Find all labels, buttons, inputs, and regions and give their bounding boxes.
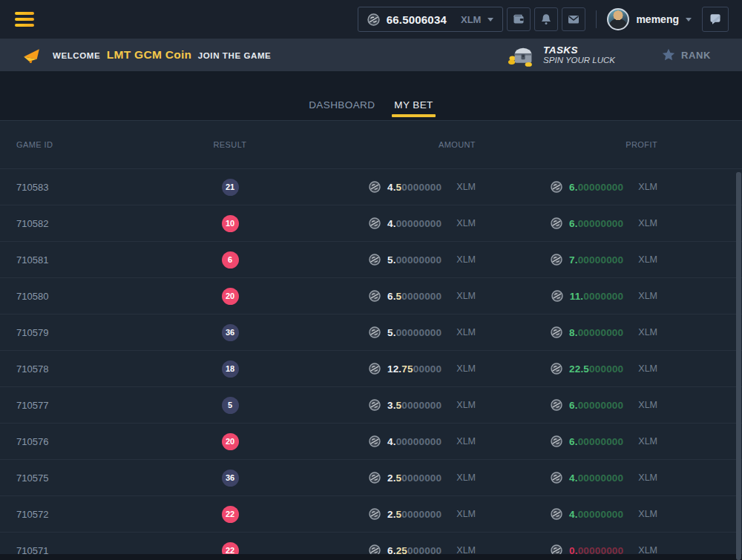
stellar-coin-icon	[369, 290, 381, 302]
table-row: 710576 20 4.00000000 XLM 6.00000000 XLM	[0, 423, 742, 459]
game-id-cell: 710579	[0, 327, 171, 338]
tasks-link[interactable]: TASKS SPIN YOUR LUCK	[508, 44, 615, 67]
amount-value: 4.00000000	[387, 218, 441, 229]
result-cell: 21	[171, 179, 289, 196]
wallet-button[interactable]	[507, 7, 531, 31]
game-id-cell: 710580	[0, 291, 171, 302]
result-cell: 22	[171, 506, 289, 523]
profit-cell: 6.00000000 XLM	[479, 399, 660, 411]
profit-cell: 7.00000000 XLM	[479, 254, 660, 266]
amount-cell: 4.50000000 XLM	[289, 181, 479, 193]
game-id-cell: 710575	[0, 472, 171, 484]
amount-value: 5.00000000	[387, 327, 441, 338]
menu-button[interactable]	[15, 12, 34, 27]
avatar	[607, 8, 629, 30]
username: memeng	[636, 13, 679, 25]
game-id-cell: 710572	[0, 509, 171, 520]
game-id-cell: 710578	[0, 363, 171, 375]
amount-value: 2.50000000	[387, 472, 441, 484]
profit-value: 4.00000000	[569, 509, 623, 520]
result-cell: 18	[171, 360, 289, 378]
stellar-coin-icon	[369, 508, 381, 520]
stellar-coin-icon	[551, 326, 562, 338]
currency-label: XLM	[638, 363, 657, 374]
currency-label: XLM	[638, 254, 657, 265]
tab-my-bet[interactable]: MY BET	[393, 99, 434, 120]
stellar-coin-icon	[369, 217, 381, 229]
game-id: 710577	[16, 400, 48, 411]
footer-strip	[0, 554, 742, 560]
amount-cell: 2.50000000 XLM	[289, 472, 479, 484]
result-cell: 20	[171, 433, 289, 450]
profit-cell: 6.00000000 XLM	[479, 435, 660, 447]
game-id: 710575	[16, 472, 48, 484]
header-amount: AMOUNT	[289, 140, 479, 149]
currency-label: XLM	[456, 509, 476, 519]
messages-button[interactable]	[562, 7, 585, 31]
profit-value: 8.00000000	[569, 327, 623, 338]
balance-value: 66.5006034	[387, 13, 447, 26]
rank-label: RANK	[681, 50, 711, 61]
treasure-chest-icon	[508, 44, 536, 67]
stellar-coin-icon	[369, 472, 381, 484]
amount-cell: 5.00000000 XLM	[289, 254, 479, 266]
table-row: 710578 18 12.7500000 XLM 22.5000000 XLM	[0, 350, 742, 386]
result-badge: 10	[222, 215, 239, 232]
balance-selector[interactable]: 66.5006034 XLM	[358, 7, 504, 32]
profit-value: 22.5000000	[569, 363, 623, 375]
currency-label: XLM	[638, 472, 657, 483]
table-row: 710581 6 5.00000000 XLM 7.00000000 XLM	[0, 241, 742, 277]
header-profit: PROFIT	[479, 140, 660, 149]
bell-icon	[539, 13, 553, 26]
tab-dashboard[interactable]: DASHBOARD	[307, 99, 376, 120]
user-menu[interactable]: memeng	[607, 8, 692, 30]
profit-cell: 4.00000000 XLM	[479, 508, 660, 520]
result-cell: 36	[171, 324, 289, 341]
notifications-button[interactable]	[534, 7, 558, 31]
header-game-id: GAME ID	[0, 140, 171, 149]
stellar-coin-icon	[369, 363, 381, 375]
table-header: GAME ID RESULT AMOUNT PROFIT	[0, 121, 742, 168]
chat-button[interactable]	[702, 7, 729, 32]
rank-link[interactable]: RANK	[661, 47, 711, 62]
currency-label: XLM	[456, 254, 476, 265]
table-row: 710580 20 6.50000000 XLM 11.0000000 XLM	[0, 277, 742, 314]
currency-label: XLM	[456, 182, 476, 192]
stellar-coin-icon	[369, 435, 381, 447]
amount-cell: 12.7500000 XLM	[289, 363, 479, 375]
amount-value: 2.50000000	[387, 509, 441, 520]
topbar-divider	[596, 10, 597, 28]
profit-value: 6.00000000	[569, 182, 623, 193]
scrollbar-thumb[interactable]	[736, 172, 741, 560]
amount-value: 4.50000000	[387, 182, 441, 193]
bets-table: GAME ID RESULT AMOUNT PROFIT 710583 21 4…	[0, 121, 742, 560]
chat-bubble-icon	[708, 12, 723, 27]
result-cell: 20	[171, 288, 289, 305]
table-row: 710577 5 3.50000000 XLM 6.00000000 XLM	[0, 386, 742, 423]
game-id: 710576	[16, 436, 48, 447]
welcome-message: WELCOME LMT GCM Coin JOIN THE GAME	[22, 47, 271, 64]
stellar-coin-icon	[551, 399, 562, 411]
stellar-coin-icon	[551, 435, 562, 447]
wallet-icon	[512, 13, 525, 26]
game-id-cell: 710576	[0, 436, 171, 447]
welcome-prefix: WELCOME	[53, 51, 100, 60]
result-badge: 5	[222, 397, 239, 414]
amount-value: 12.7500000	[387, 363, 441, 375]
profit-value: 6.00000000	[569, 436, 623, 447]
stellar-coin-icon	[551, 217, 562, 229]
stellar-coin-icon	[551, 290, 563, 302]
chevron-down-icon	[487, 18, 493, 22]
game-id-cell: 710582	[0, 218, 171, 229]
currency-label: XLM	[638, 182, 657, 192]
stellar-coin-icon	[551, 363, 562, 375]
currency-label: XLM	[456, 363, 476, 374]
game-id-cell: 710583	[0, 182, 171, 193]
stellar-coin-icon	[367, 13, 380, 26]
profit-cell: 22.5000000 XLM	[479, 363, 660, 375]
result-badge: 36	[222, 470, 239, 487]
currency-label: XLM	[456, 291, 476, 301]
result-badge: 6	[222, 251, 239, 269]
banner-right: TASKS SPIN YOUR LUCK RANK	[508, 44, 711, 67]
currency-label: XLM	[456, 472, 476, 483]
